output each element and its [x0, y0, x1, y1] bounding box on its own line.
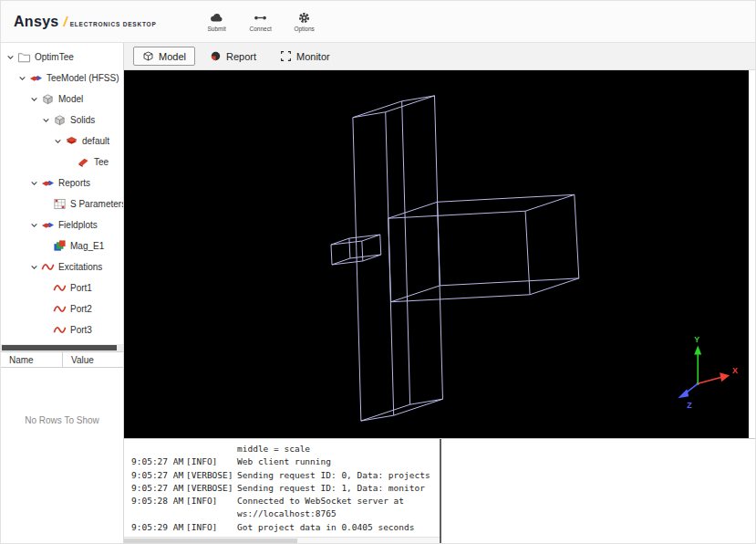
tree-item-label: Port2	[70, 304, 92, 314]
tree-item-optimtee[interactable]: OptimTee	[1, 47, 123, 68]
tree-item-label: Fieldplots	[58, 220, 98, 230]
tree-item-teemodel[interactable]: TeeModel (HFSS)	[1, 68, 123, 89]
connect-icon	[254, 11, 267, 25]
tree-item-label: TeeModel (HFSS)	[47, 73, 119, 83]
tree-item-s-parameters[interactable]: S Parameters	[1, 194, 123, 214]
chevron-down-icon[interactable]	[28, 177, 40, 189]
tree-item-label: Model	[58, 94, 83, 104]
console-line: 9:05:29 AM[INFO]Got project data in 0.04…	[131, 521, 440, 534]
tab-label: Monitor	[296, 51, 330, 62]
header-toolbar: Submit Connect Options	[201, 11, 321, 32]
left-panel: OptimTee TeeModel (HFSS) Model Solids	[1, 43, 124, 543]
chevron-down-icon[interactable]	[5, 51, 16, 63]
product-name: ELECTRONICS DESKTOP	[70, 21, 157, 27]
tree-item-label: OptimTee	[35, 52, 74, 62]
port-icon	[53, 323, 67, 337]
solids-icon	[53, 113, 67, 127]
app-header: Ansys / ELECTRONICS DESKTOP Submit Conne…	[1, 1, 755, 43]
column-header-value[interactable]: Value	[63, 352, 94, 367]
tree-item-label: Port3	[70, 325, 92, 335]
tree-item-model[interactable]: Model	[1, 89, 123, 110]
tree-item-port2[interactable]: Port2	[1, 298, 123, 319]
3d-viewport[interactable]: Y X Z	[124, 70, 749, 438]
submit-label: Submit	[207, 26, 225, 32]
tab-label: Model	[159, 51, 186, 62]
app-window: Ansys / ELECTRONICS DESKTOP Submit Conne…	[0, 0, 756, 544]
console-area: middle = scale 9:05:27 AM[INFO]Web clien…	[124, 438, 755, 543]
material-icon	[65, 134, 78, 148]
chevron-down-icon[interactable]	[16, 72, 28, 84]
tree-item-label: Port1	[70, 283, 92, 293]
tree-item-default[interactable]: default	[1, 131, 123, 152]
tree-item-label: Excitations	[58, 262, 102, 272]
report-pie-icon	[210, 50, 222, 62]
tab-label: Report	[226, 51, 256, 62]
model-node-icon	[41, 92, 55, 106]
properties-header: Name Value	[1, 352, 123, 368]
tree-item-port3[interactable]: Port3	[1, 319, 123, 340]
console-line: 9:05:27 AM[VERBOSE]Sending request ID: 1…	[131, 482, 440, 495]
port-icon	[53, 302, 67, 316]
content-area: Model Report Monitor	[124, 43, 755, 543]
view-tabbar: Model Report Monitor	[124, 43, 755, 70]
chevron-down-icon[interactable]	[28, 219, 40, 231]
z-axis-label: Z	[687, 401, 692, 410]
tree-item-excitations[interactable]: Excitations	[1, 256, 123, 277]
tree-item-reports[interactable]: Reports	[1, 173, 123, 194]
x-axis-arrowhead	[720, 372, 730, 382]
chevron-down-icon[interactable]	[40, 114, 52, 126]
ansys-logo: Ansys / ELECTRONICS DESKTOP	[14, 14, 157, 30]
chevron-down-icon[interactable]	[28, 93, 40, 105]
logo-slash: /	[64, 14, 67, 29]
console-line: ws://localhost:8765	[131, 507, 440, 520]
column-header-name[interactable]: Name	[1, 352, 63, 367]
tree-horizontal-scrollbar[interactable]	[1, 344, 123, 351]
tree-item-label: Tee	[94, 157, 109, 167]
tree-item-label: Reports	[58, 178, 90, 188]
gear-icon	[297, 11, 311, 25]
tree-item-tee[interactable]: Tee	[1, 152, 123, 173]
hfss-design-icon	[29, 71, 43, 85]
connect-label: Connect	[250, 26, 272, 32]
x-axis	[698, 377, 721, 383]
folder-icon	[17, 50, 31, 64]
tree-item-solids[interactable]: Solids	[1, 110, 123, 131]
tree-item-label: Mag_E1	[70, 241, 104, 251]
scrollbar-thumb[interactable]	[2, 345, 117, 350]
wireframe-tee-model: Y X Z	[124, 70, 749, 438]
properties-panel: Name Value No Rows To Show	[1, 351, 123, 543]
submit-button[interactable]: Submit	[201, 11, 233, 32]
tree-item-fieldplots[interactable]: Fieldplots	[1, 214, 123, 235]
console-line: 9:05:28 AM[INFO]Connected to WebSocket s…	[131, 495, 440, 507]
model-cube-icon	[142, 50, 154, 62]
monitor-brackets-icon	[280, 50, 292, 62]
solid-object-icon	[77, 155, 90, 169]
console-line: 9:05:27 AM[VERBOSE]Sending request ID: 0…	[131, 469, 440, 482]
tree-item-label: Solids	[70, 115, 95, 125]
project-tree[interactable]: OptimTee TeeModel (HFSS) Model Solids	[1, 43, 123, 344]
connect-button[interactable]: Connect	[244, 11, 277, 32]
reports-icon	[41, 176, 55, 190]
main-area: OptimTee TeeModel (HFSS) Model Solids	[1, 43, 755, 543]
port-icon	[53, 281, 67, 295]
tab-model[interactable]: Model	[133, 47, 195, 66]
tree-item-mag-e1[interactable]: Mag_E1	[1, 235, 123, 256]
tab-monitor[interactable]: Monitor	[271, 47, 339, 66]
excitations-icon	[41, 260, 55, 274]
field-plot-icon	[53, 239, 67, 253]
cloud-icon	[210, 11, 223, 25]
chevron-down-icon[interactable]	[28, 261, 40, 273]
y-axis-arrowhead	[694, 346, 701, 355]
fieldplots-icon	[41, 218, 55, 232]
z-axis-arrowhead	[678, 389, 689, 398]
options-button[interactable]: Options	[288, 11, 321, 32]
x-axis-label: X	[732, 366, 738, 375]
empty-rows-message: No Rows To Show	[1, 415, 123, 425]
console-horizontal-scrollbar[interactable]	[124, 537, 440, 543]
chevron-down-icon[interactable]	[52, 135, 64, 147]
scrollbar-thumb[interactable]	[124, 539, 297, 543]
tree-item-port1[interactable]: Port1	[1, 277, 123, 298]
orientation-axes-triad: Y X Z	[678, 335, 738, 411]
tab-report[interactable]: Report	[201, 47, 265, 66]
console-log[interactable]: middle = scale 9:05:27 AM[INFO]Web clien…	[124, 439, 440, 543]
